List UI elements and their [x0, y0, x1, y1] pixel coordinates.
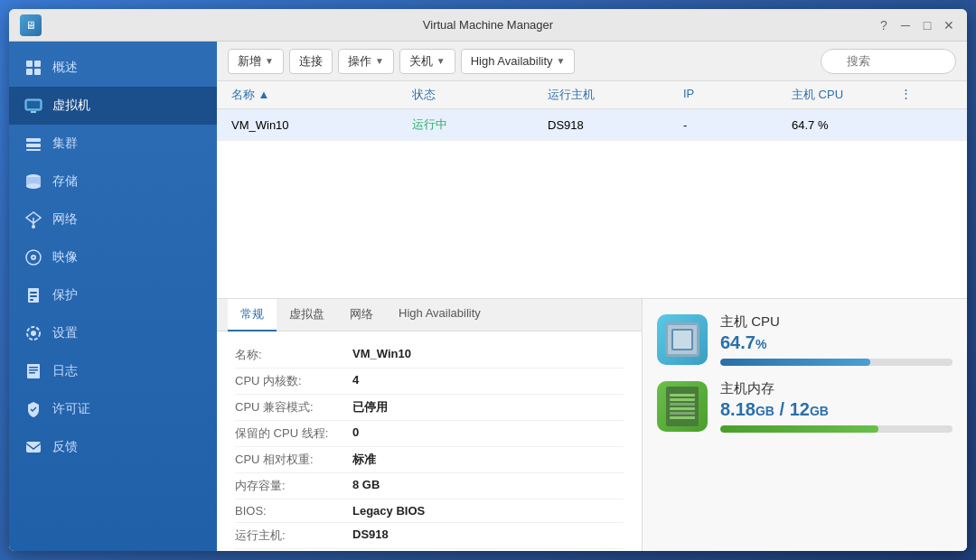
connect-button-label: 连接 [299, 53, 323, 70]
col-ip[interactable]: IP [683, 87, 792, 103]
sidebar-label-cluster: 集群 [52, 135, 78, 152]
mem-used-unit: GB [755, 404, 774, 418]
mem-stat-card: 主机内存 8.18GB / 12GB [657, 380, 953, 433]
main-content: 概述 虚拟机 [9, 42, 967, 551]
col-name[interactable]: 名称 ▲ [231, 87, 412, 103]
shutdown-button[interactable]: 关机 ▼ [399, 49, 455, 74]
search-input[interactable] [821, 49, 956, 74]
cpu-chip-visual [665, 322, 699, 357]
cpu-stat-value: 64.7% [720, 332, 953, 353]
col-cpu[interactable]: 主机 CPU [792, 87, 900, 103]
col-status[interactable]: 状态 [412, 87, 548, 103]
tab-vdisk[interactable]: 虚拟盘 [277, 299, 337, 331]
svg-rect-1 [34, 61, 41, 67]
sidebar-item-overview[interactable]: 概述 [9, 49, 217, 87]
sidebar-item-image[interactable]: 映像 [9, 238, 217, 276]
cpu-stat-info: 主机 CPU 64.7% [720, 313, 953, 366]
label-cpu-reserved: 保留的 CPU 线程: [235, 425, 352, 442]
sidebar-label-vms: 虚拟机 [52, 98, 90, 114]
sidebar-label-network: 网络 [52, 211, 78, 228]
action-button-label: 操作 [348, 53, 371, 70]
main-window: 🖥 Virtual Machine Manager ? ─ □ ✕ [9, 9, 967, 551]
svg-rect-9 [26, 149, 41, 151]
mem-progress-bar [720, 425, 953, 433]
svg-rect-23 [27, 364, 40, 378]
row-cpu: 64.7 % [792, 118, 900, 132]
ha-button[interactable]: High Availability ▼ [461, 49, 576, 74]
value-cpu-weight: 标准 [352, 452, 376, 468]
new-button-arrow: ▼ [265, 56, 274, 66]
svg-rect-5 [27, 101, 40, 108]
detail-row-cpu-weight: CPU 相对权重: 标准 [235, 447, 624, 473]
shutdown-button-label: 关机 [409, 53, 433, 70]
cpu-stat-icon [657, 314, 708, 365]
network-icon [23, 210, 43, 229]
cpu-percent-value: 64.7 [720, 332, 755, 352]
sidebar-label-log: 日志 [52, 363, 78, 379]
maximize-button[interactable]: □ [920, 18, 934, 33]
protection-icon [23, 285, 43, 305]
svg-point-12 [26, 183, 41, 189]
table-row[interactable]: VM_Win10 运行中 DS918 - 64.7 % [217, 109, 967, 141]
svg-rect-7 [26, 138, 41, 142]
log-icon [23, 361, 43, 381]
mem-total-value: 12 [790, 399, 810, 419]
action-button[interactable]: 操作 ▼ [338, 49, 394, 74]
value-memory: 8 GB [352, 478, 380, 494]
settings-icon [23, 323, 43, 343]
tab-general[interactable]: 常规 [228, 299, 277, 331]
svg-rect-19 [30, 295, 37, 297]
mem-separator: / [780, 399, 790, 419]
svg-point-16 [33, 257, 34, 258]
row-status: 运行中 [412, 117, 548, 133]
svg-rect-8 [26, 144, 41, 147]
row-name: VM_Win10 [231, 118, 412, 132]
svg-point-13 [32, 225, 35, 229]
sidebar-label-image: 映像 [52, 249, 78, 266]
sidebar-item-settings[interactable]: 设置 [9, 314, 217, 352]
storage-icon [23, 172, 43, 191]
vms-icon [23, 96, 43, 116]
vm-table: 名称 ▲ 状态 运行主机 IP 主机 CPU ⋮ VM_Win10 运行中 DS… [217, 81, 967, 298]
cpu-stat-card: 主机 CPU 64.7% [657, 313, 953, 366]
help-button[interactable]: ? [877, 18, 891, 33]
value-name: VM_Win10 [352, 347, 411, 363]
detail-row-name: 名称: VM_Win10 [235, 342, 624, 369]
sidebar: 概述 虚拟机 [9, 42, 217, 551]
sidebar-item-license[interactable]: 许可证 [9, 390, 217, 428]
toolbar: 新增 ▼ 连接 操作 ▼ 关机 ▼ High Availability ▼ [217, 42, 967, 81]
shutdown-button-arrow: ▼ [436, 56, 446, 66]
overview-icon [23, 58, 43, 78]
minimize-button[interactable]: ─ [898, 18, 913, 33]
license-icon [23, 399, 43, 419]
mem-stat-title: 主机内存 [720, 380, 953, 397]
detail-left: 常规 虚拟盘 网络 High Availability 名称: VM_Win10… [217, 299, 642, 551]
sidebar-label-storage: 存储 [52, 173, 78, 190]
connect-button[interactable]: 连接 [289, 49, 333, 74]
new-button[interactable]: 新增 ▼ [228, 49, 284, 74]
sidebar-item-vms[interactable]: 虚拟机 [9, 87, 217, 125]
sidebar-item-protection[interactable]: 保护 [9, 276, 217, 314]
sidebar-item-feedback[interactable]: 反馈 [9, 428, 217, 466]
label-bios: BIOS: [235, 504, 352, 518]
sidebar-item-network[interactable]: 网络 [9, 201, 217, 238]
tab-network[interactable]: 网络 [337, 299, 386, 331]
window-title: Virtual Machine Manager [423, 18, 553, 32]
mem-total-unit: GB [810, 404, 829, 418]
sidebar-item-storage[interactable]: 存储 [9, 163, 217, 201]
new-button-label: 新增 [238, 53, 261, 70]
value-cpu-cores: 4 [352, 373, 359, 389]
sidebar-item-cluster[interactable]: 集群 [9, 125, 217, 163]
detail-panel: 常规 虚拟盘 网络 High Availability 名称: VM_Win10… [217, 298, 967, 551]
sidebar-label-protection: 保护 [52, 287, 78, 303]
sidebar-item-log[interactable]: 日志 [9, 352, 217, 390]
close-button[interactable]: ✕ [942, 18, 956, 33]
tab-ha[interactable]: High Availability [386, 299, 493, 331]
col-host[interactable]: 运行主机 [548, 87, 683, 103]
detail-content: 名称: VM_Win10 CPU 内核数: 4 CPU 兼容模式: 已停用 [217, 331, 642, 551]
col-more[interactable]: ⋮ [900, 87, 927, 103]
label-name: 名称: [235, 347, 352, 363]
svg-rect-26 [29, 372, 35, 374]
svg-rect-27 [26, 442, 41, 453]
detail-row-cpu-reserved: 保留的 CPU 线程: 0 [235, 421, 624, 447]
